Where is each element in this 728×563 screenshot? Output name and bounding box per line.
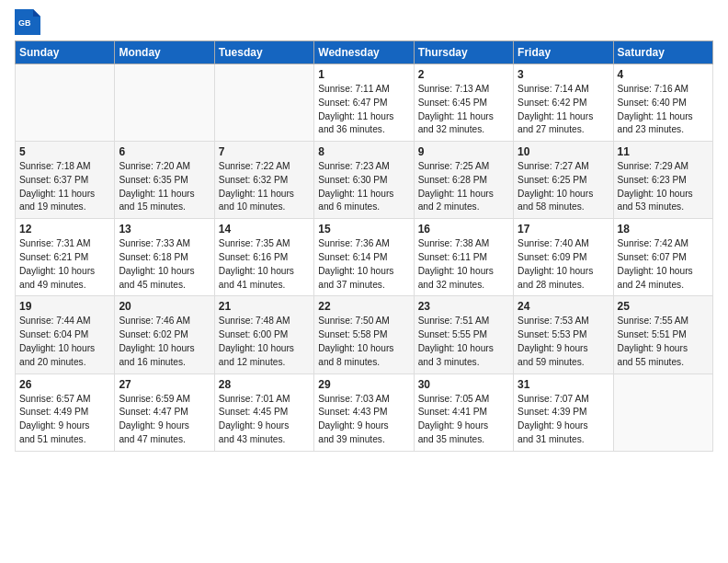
logo-icon: GB: [15, 9, 40, 35]
day-info: Sunrise: 7:55 AMSunset: 5:51 PMDaylight:…: [618, 315, 709, 369]
day-info: Sunrise: 7:01 AMSunset: 4:45 PMDaylight:…: [219, 393, 310, 447]
day-info: Sunrise: 7:36 AMSunset: 6:14 PMDaylight:…: [318, 237, 409, 292]
header-day-friday: Friday: [514, 41, 613, 64]
day-number: 27: [119, 378, 210, 391]
day-info: Sunrise: 7:16 AMSunset: 6:40 PMDaylight:…: [618, 83, 709, 137]
day-number: 11: [618, 145, 709, 158]
calendar-cell: 12Sunrise: 7:31 AMSunset: 6:21 PMDayligh…: [16, 219, 115, 296]
day-info: Sunrise: 7:29 AMSunset: 6:23 PMDaylight:…: [618, 160, 709, 214]
day-info: Sunrise: 7:05 AMSunset: 4:41 PMDaylight:…: [418, 393, 509, 447]
calendar-cell: [214, 64, 313, 142]
day-info: Sunrise: 7:53 AMSunset: 5:53 PMDaylight:…: [518, 315, 609, 369]
day-number: 22: [318, 300, 409, 313]
calendar-cell: 4Sunrise: 7:16 AMSunset: 6:40 PMDaylight…: [613, 64, 712, 142]
calendar-cell: 5Sunrise: 7:18 AMSunset: 6:37 PMDaylight…: [16, 142, 115, 219]
day-info: Sunrise: 6:59 AMSunset: 4:47 PMDaylight:…: [119, 393, 210, 447]
header-day-monday: Monday: [115, 41, 214, 64]
day-number: 6: [119, 145, 210, 158]
day-info: Sunrise: 7:22 AMSunset: 6:32 PMDaylight:…: [219, 160, 310, 214]
week-row-2: 12Sunrise: 7:31 AMSunset: 6:21 PMDayligh…: [16, 219, 713, 296]
calendar-cell: [16, 64, 115, 142]
calendar-cell: 20Sunrise: 7:46 AMSunset: 6:02 PMDayligh…: [115, 296, 214, 373]
calendar-cell: 11Sunrise: 7:29 AMSunset: 6:23 PMDayligh…: [613, 142, 712, 219]
day-number: 26: [19, 378, 110, 391]
day-number: 29: [318, 378, 409, 391]
calendar-cell: 17Sunrise: 7:40 AMSunset: 6:09 PMDayligh…: [514, 219, 613, 296]
calendar-cell: 19Sunrise: 7:44 AMSunset: 6:04 PMDayligh…: [16, 296, 115, 373]
calendar-cell: 14Sunrise: 7:35 AMSunset: 6:16 PMDayligh…: [214, 219, 313, 296]
day-number: 19: [19, 300, 110, 313]
day-number: 8: [318, 145, 409, 158]
day-number: 15: [318, 223, 409, 236]
calendar-cell: 27Sunrise: 6:59 AMSunset: 4:47 PMDayligh…: [115, 373, 214, 451]
day-number: 30: [418, 378, 509, 391]
calendar-cell: 13Sunrise: 7:33 AMSunset: 6:18 PMDayligh…: [115, 219, 214, 296]
calendar-cell: 9Sunrise: 7:25 AMSunset: 6:28 PMDaylight…: [414, 142, 513, 219]
day-number: 2: [418, 68, 509, 81]
calendar-cell: 26Sunrise: 6:57 AMSunset: 4:49 PMDayligh…: [16, 373, 115, 451]
header-day-wednesday: Wednesday: [314, 41, 414, 64]
day-number: 18: [618, 223, 709, 236]
day-number: 31: [518, 378, 609, 391]
day-number: 16: [418, 223, 509, 236]
day-info: Sunrise: 7:27 AMSunset: 6:25 PMDaylight:…: [518, 160, 609, 214]
calendar-cell: 15Sunrise: 7:36 AMSunset: 6:14 PMDayligh…: [314, 219, 414, 296]
calendar-cell: 1Sunrise: 7:11 AMSunset: 6:47 PMDaylight…: [314, 64, 414, 142]
week-row-3: 19Sunrise: 7:44 AMSunset: 6:04 PMDayligh…: [16, 296, 713, 373]
calendar-cell: 7Sunrise: 7:22 AMSunset: 6:32 PMDaylight…: [214, 142, 313, 219]
day-info: Sunrise: 7:18 AMSunset: 6:37 PMDaylight:…: [19, 160, 110, 214]
day-number: 25: [618, 300, 709, 313]
header-day-sunday: Sunday: [16, 41, 115, 64]
day-number: 7: [219, 145, 310, 158]
calendar-cell: 22Sunrise: 7:50 AMSunset: 5:58 PMDayligh…: [314, 296, 414, 373]
week-row-0: 1Sunrise: 7:11 AMSunset: 6:47 PMDaylight…: [16, 64, 713, 142]
day-info: Sunrise: 6:57 AMSunset: 4:49 PMDaylight:…: [19, 393, 110, 447]
calendar-cell: 6Sunrise: 7:20 AMSunset: 6:35 PMDaylight…: [115, 142, 214, 219]
day-number: 24: [518, 300, 609, 313]
day-number: 1: [318, 68, 409, 81]
day-number: 13: [119, 223, 210, 236]
day-number: 23: [418, 300, 509, 313]
day-number: 10: [518, 145, 609, 158]
header-row: SundayMondayTuesdayWednesdayThursdayFrid…: [16, 41, 713, 64]
day-info: Sunrise: 7:35 AMSunset: 6:16 PMDaylight:…: [219, 237, 310, 292]
calendar-cell: 23Sunrise: 7:51 AMSunset: 5:55 PMDayligh…: [414, 296, 513, 373]
day-info: Sunrise: 7:31 AMSunset: 6:21 PMDaylight:…: [19, 237, 110, 292]
header-day-tuesday: Tuesday: [214, 41, 313, 64]
day-info: Sunrise: 7:48 AMSunset: 6:00 PMDaylight:…: [219, 315, 310, 369]
day-number: 3: [518, 68, 609, 81]
week-row-4: 26Sunrise: 6:57 AMSunset: 4:49 PMDayligh…: [16, 373, 713, 451]
day-info: Sunrise: 7:50 AMSunset: 5:58 PMDaylight:…: [318, 315, 409, 369]
day-info: Sunrise: 7:25 AMSunset: 6:28 PMDaylight:…: [418, 160, 509, 214]
calendar-cell: 30Sunrise: 7:05 AMSunset: 4:41 PMDayligh…: [414, 373, 513, 451]
day-info: Sunrise: 7:46 AMSunset: 6:02 PMDaylight:…: [119, 315, 210, 369]
calendar-cell: 16Sunrise: 7:38 AMSunset: 6:11 PMDayligh…: [414, 219, 513, 296]
day-info: Sunrise: 7:33 AMSunset: 6:18 PMDaylight:…: [119, 237, 210, 292]
day-number: 28: [219, 378, 310, 391]
header-day-saturday: Saturday: [613, 41, 712, 64]
day-info: Sunrise: 7:51 AMSunset: 5:55 PMDaylight:…: [418, 315, 509, 369]
calendar-cell: 18Sunrise: 7:42 AMSunset: 6:07 PMDayligh…: [613, 219, 712, 296]
day-info: Sunrise: 7:11 AMSunset: 6:47 PMDaylight:…: [318, 83, 409, 137]
day-info: Sunrise: 7:03 AMSunset: 4:43 PMDaylight:…: [318, 393, 409, 447]
day-number: 4: [618, 68, 709, 81]
calendar-cell: 8Sunrise: 7:23 AMSunset: 6:30 PMDaylight…: [314, 142, 414, 219]
logo: GB: [15, 9, 44, 35]
day-info: Sunrise: 7:07 AMSunset: 4:39 PMDaylight:…: [518, 393, 609, 447]
day-info: Sunrise: 7:44 AMSunset: 6:04 PMDaylight:…: [19, 315, 110, 369]
day-info: Sunrise: 7:14 AMSunset: 6:42 PMDaylight:…: [518, 83, 609, 137]
page-container: GB SundayMondayTuesdayWednesdayThursdayF…: [0, 0, 728, 459]
calendar-cell: 29Sunrise: 7:03 AMSunset: 4:43 PMDayligh…: [314, 373, 414, 451]
day-number: 21: [219, 300, 310, 313]
calendar-cell: 25Sunrise: 7:55 AMSunset: 5:51 PMDayligh…: [613, 296, 712, 373]
svg-text:GB: GB: [18, 18, 31, 28]
day-info: Sunrise: 7:40 AMSunset: 6:09 PMDaylight:…: [518, 237, 609, 292]
calendar-cell: [613, 373, 712, 451]
day-info: Sunrise: 7:20 AMSunset: 6:35 PMDaylight:…: [119, 160, 210, 214]
day-number: 12: [19, 223, 110, 236]
day-number: 14: [219, 223, 310, 236]
calendar-cell: 31Sunrise: 7:07 AMSunset: 4:39 PMDayligh…: [514, 373, 613, 451]
day-info: Sunrise: 7:42 AMSunset: 6:07 PMDaylight:…: [618, 237, 709, 292]
header-day-thursday: Thursday: [414, 41, 513, 64]
calendar-cell: 28Sunrise: 7:01 AMSunset: 4:45 PMDayligh…: [214, 373, 313, 451]
